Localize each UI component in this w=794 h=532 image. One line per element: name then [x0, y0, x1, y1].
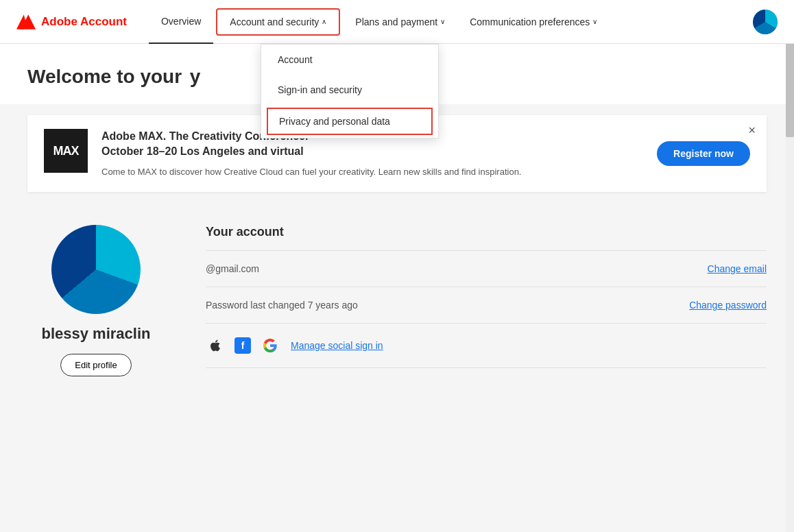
facebook-icon: f — [233, 336, 252, 355]
nav-communication[interactable]: Communication preferences ∨ — [457, 0, 610, 44]
max-logo-text: MAX — [53, 144, 79, 158]
nav-overview[interactable]: Overview — [149, 0, 213, 44]
google-icon — [261, 336, 280, 355]
dropdown-item-privacy[interactable]: Privacy and personal data — [267, 108, 433, 135]
brand[interactable]: Adobe Account — [16, 14, 127, 30]
user-avatar[interactable] — [753, 10, 778, 34]
password-status: Password last changed 7 years ago — [206, 300, 678, 311]
notification-description: Come to MAX to discover how Creative Clo… — [101, 165, 643, 179]
edit-profile-button[interactable]: Edit profile — [60, 354, 131, 376]
profile-right: Your account @gmail.com Change email Pas… — [206, 225, 767, 368]
change-email-link[interactable]: Change email — [708, 263, 767, 274]
social-icons: f — [206, 336, 280, 355]
email-row: @gmail.com Change email — [206, 251, 767, 287]
account-security-dropdown: Account Sign-in and security Privacy and… — [261, 44, 439, 138]
brand-name: Adobe Account — [41, 15, 127, 29]
dropdown-item-signin-security[interactable]: Sign-in and security — [261, 75, 438, 105]
profile-name: blessy miraclin — [42, 325, 151, 343]
chevron-down-icon: ∨ — [592, 18, 597, 25]
welcome-text: Welcome to your — [27, 66, 182, 87]
header: Adobe Account Overview Account and secur… — [0, 0, 794, 44]
profile-avatar — [51, 225, 141, 314]
chevron-down-icon: ∨ — [440, 18, 445, 25]
register-button[interactable]: Register now — [657, 141, 750, 166]
profile-section: blessy miraclin Edit profile Your accoun… — [0, 203, 794, 398]
account-section-title: Your account — [206, 225, 767, 239]
chevron-up-icon: ∧ — [322, 18, 326, 25]
max-logo: MAX — [44, 129, 88, 173]
nav-plans-payment[interactable]: Plans and payment ∨ — [343, 0, 457, 44]
profile-left: blessy miraclin Edit profile — [27, 225, 165, 376]
scrollbar[interactable] — [786, 0, 794, 532]
adobe-logo-icon — [16, 14, 36, 30]
main-nav: Overview Account and security ∧ Plans an… — [149, 0, 753, 44]
close-icon[interactable]: × — [748, 123, 756, 138]
manage-social-link[interactable]: Manage social sign in — [291, 340, 383, 351]
email-value: @gmail.com — [206, 263, 697, 274]
password-row: Password last changed 7 years ago Change… — [206, 287, 767, 324]
nav-account-security[interactable]: Account and security ∧ — [216, 8, 340, 36]
dropdown-item-account[interactable]: Account — [261, 45, 438, 75]
apple-icon — [206, 336, 225, 355]
svg-marker-1 — [16, 14, 26, 29]
social-signin-row: f Manage social sign in — [206, 324, 767, 368]
change-password-link[interactable]: Change password — [689, 300, 767, 311]
